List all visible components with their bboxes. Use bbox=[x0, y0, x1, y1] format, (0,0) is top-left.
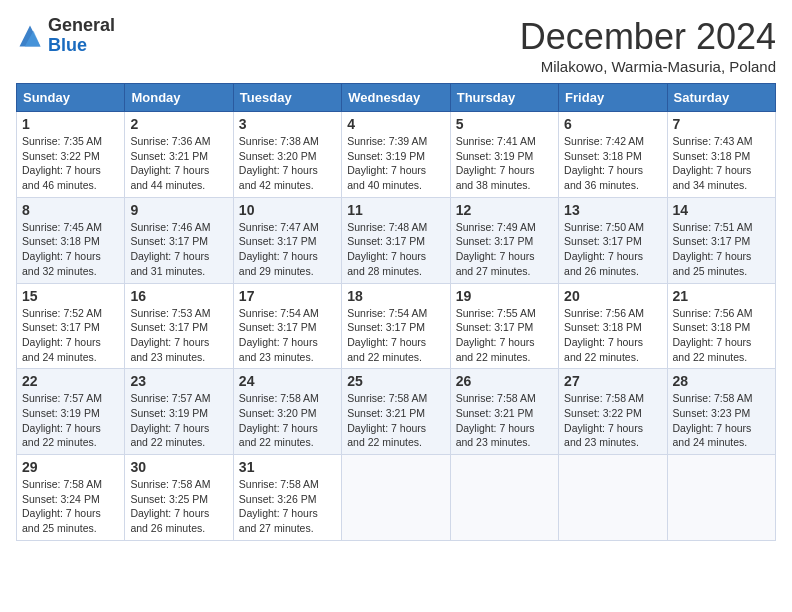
cell-info: Sunrise: 7:55 AMSunset: 3:17 PMDaylight:… bbox=[456, 307, 536, 363]
cell-info: Sunrise: 7:50 AMSunset: 3:17 PMDaylight:… bbox=[564, 221, 644, 277]
calendar-day-cell: 17 Sunrise: 7:54 AMSunset: 3:17 PMDaylig… bbox=[233, 283, 341, 369]
logo-icon bbox=[16, 22, 44, 50]
cell-info: Sunrise: 7:54 AMSunset: 3:17 PMDaylight:… bbox=[239, 307, 319, 363]
day-number: 25 bbox=[347, 373, 444, 389]
calendar-day-cell: 16 Sunrise: 7:53 AMSunset: 3:17 PMDaylig… bbox=[125, 283, 233, 369]
cell-info: Sunrise: 7:49 AMSunset: 3:17 PMDaylight:… bbox=[456, 221, 536, 277]
cell-info: Sunrise: 7:39 AMSunset: 3:19 PMDaylight:… bbox=[347, 135, 427, 191]
calendar-day-cell: 9 Sunrise: 7:46 AMSunset: 3:17 PMDayligh… bbox=[125, 197, 233, 283]
calendar-week-row: 29 Sunrise: 7:58 AMSunset: 3:24 PMDaylig… bbox=[17, 455, 776, 541]
calendar-day-header: Tuesday bbox=[233, 84, 341, 112]
cell-info: Sunrise: 7:58 AMSunset: 3:21 PMDaylight:… bbox=[456, 392, 536, 448]
cell-info: Sunrise: 7:47 AMSunset: 3:17 PMDaylight:… bbox=[239, 221, 319, 277]
day-number: 27 bbox=[564, 373, 661, 389]
day-number: 4 bbox=[347, 116, 444, 132]
calendar-day-header: Friday bbox=[559, 84, 667, 112]
cell-info: Sunrise: 7:36 AMSunset: 3:21 PMDaylight:… bbox=[130, 135, 210, 191]
calendar-day-header: Monday bbox=[125, 84, 233, 112]
day-number: 24 bbox=[239, 373, 336, 389]
calendar-day-cell: 29 Sunrise: 7:58 AMSunset: 3:24 PMDaylig… bbox=[17, 455, 125, 541]
cell-info: Sunrise: 7:38 AMSunset: 3:20 PMDaylight:… bbox=[239, 135, 319, 191]
cell-info: Sunrise: 7:56 AMSunset: 3:18 PMDaylight:… bbox=[673, 307, 753, 363]
calendar-day-cell: 15 Sunrise: 7:52 AMSunset: 3:17 PMDaylig… bbox=[17, 283, 125, 369]
day-number: 18 bbox=[347, 288, 444, 304]
cell-info: Sunrise: 7:48 AMSunset: 3:17 PMDaylight:… bbox=[347, 221, 427, 277]
day-number: 21 bbox=[673, 288, 770, 304]
calendar-week-row: 1 Sunrise: 7:35 AMSunset: 3:22 PMDayligh… bbox=[17, 112, 776, 198]
calendar-week-row: 15 Sunrise: 7:52 AMSunset: 3:17 PMDaylig… bbox=[17, 283, 776, 369]
calendar-table: SundayMondayTuesdayWednesdayThursdayFrid… bbox=[16, 83, 776, 541]
calendar-day-cell: 2 Sunrise: 7:36 AMSunset: 3:21 PMDayligh… bbox=[125, 112, 233, 198]
calendar-week-row: 8 Sunrise: 7:45 AMSunset: 3:18 PMDayligh… bbox=[17, 197, 776, 283]
calendar-day-cell: 24 Sunrise: 7:58 AMSunset: 3:20 PMDaylig… bbox=[233, 369, 341, 455]
calendar-day-header: Sunday bbox=[17, 84, 125, 112]
cell-info: Sunrise: 7:46 AMSunset: 3:17 PMDaylight:… bbox=[130, 221, 210, 277]
day-number: 11 bbox=[347, 202, 444, 218]
calendar-day-cell bbox=[667, 455, 775, 541]
day-number: 14 bbox=[673, 202, 770, 218]
calendar-day-header: Thursday bbox=[450, 84, 558, 112]
calendar-week-row: 22 Sunrise: 7:57 AMSunset: 3:19 PMDaylig… bbox=[17, 369, 776, 455]
day-number: 17 bbox=[239, 288, 336, 304]
cell-info: Sunrise: 7:58 AMSunset: 3:25 PMDaylight:… bbox=[130, 478, 210, 534]
day-number: 20 bbox=[564, 288, 661, 304]
cell-info: Sunrise: 7:58 AMSunset: 3:22 PMDaylight:… bbox=[564, 392, 644, 448]
day-number: 7 bbox=[673, 116, 770, 132]
day-number: 1 bbox=[22, 116, 119, 132]
cell-info: Sunrise: 7:35 AMSunset: 3:22 PMDaylight:… bbox=[22, 135, 102, 191]
day-number: 9 bbox=[130, 202, 227, 218]
day-number: 6 bbox=[564, 116, 661, 132]
cell-info: Sunrise: 7:58 AMSunset: 3:23 PMDaylight:… bbox=[673, 392, 753, 448]
calendar-day-cell bbox=[559, 455, 667, 541]
cell-info: Sunrise: 7:51 AMSunset: 3:17 PMDaylight:… bbox=[673, 221, 753, 277]
day-number: 12 bbox=[456, 202, 553, 218]
cell-info: Sunrise: 7:56 AMSunset: 3:18 PMDaylight:… bbox=[564, 307, 644, 363]
calendar-day-cell: 12 Sunrise: 7:49 AMSunset: 3:17 PMDaylig… bbox=[450, 197, 558, 283]
calendar-day-cell: 4 Sunrise: 7:39 AMSunset: 3:19 PMDayligh… bbox=[342, 112, 450, 198]
calendar-day-cell: 7 Sunrise: 7:43 AMSunset: 3:18 PMDayligh… bbox=[667, 112, 775, 198]
day-number: 3 bbox=[239, 116, 336, 132]
location-subtitle: Milakowo, Warmia-Masuria, Poland bbox=[520, 58, 776, 75]
calendar-day-cell: 22 Sunrise: 7:57 AMSunset: 3:19 PMDaylig… bbox=[17, 369, 125, 455]
cell-info: Sunrise: 7:58 AMSunset: 3:24 PMDaylight:… bbox=[22, 478, 102, 534]
calendar-day-cell: 6 Sunrise: 7:42 AMSunset: 3:18 PMDayligh… bbox=[559, 112, 667, 198]
calendar-day-cell: 10 Sunrise: 7:47 AMSunset: 3:17 PMDaylig… bbox=[233, 197, 341, 283]
day-number: 26 bbox=[456, 373, 553, 389]
calendar-day-cell: 27 Sunrise: 7:58 AMSunset: 3:22 PMDaylig… bbox=[559, 369, 667, 455]
calendar-day-header: Saturday bbox=[667, 84, 775, 112]
cell-info: Sunrise: 7:52 AMSunset: 3:17 PMDaylight:… bbox=[22, 307, 102, 363]
calendar-day-cell: 31 Sunrise: 7:58 AMSunset: 3:26 PMDaylig… bbox=[233, 455, 341, 541]
cell-info: Sunrise: 7:57 AMSunset: 3:19 PMDaylight:… bbox=[22, 392, 102, 448]
calendar-day-cell: 19 Sunrise: 7:55 AMSunset: 3:17 PMDaylig… bbox=[450, 283, 558, 369]
calendar-day-cell: 23 Sunrise: 7:57 AMSunset: 3:19 PMDaylig… bbox=[125, 369, 233, 455]
calendar-day-cell: 5 Sunrise: 7:41 AMSunset: 3:19 PMDayligh… bbox=[450, 112, 558, 198]
cell-info: Sunrise: 7:54 AMSunset: 3:17 PMDaylight:… bbox=[347, 307, 427, 363]
calendar-day-cell: 8 Sunrise: 7:45 AMSunset: 3:18 PMDayligh… bbox=[17, 197, 125, 283]
logo-blue-text: Blue bbox=[48, 35, 87, 55]
cell-info: Sunrise: 7:42 AMSunset: 3:18 PMDaylight:… bbox=[564, 135, 644, 191]
cell-info: Sunrise: 7:45 AMSunset: 3:18 PMDaylight:… bbox=[22, 221, 102, 277]
cell-info: Sunrise: 7:41 AMSunset: 3:19 PMDaylight:… bbox=[456, 135, 536, 191]
day-number: 30 bbox=[130, 459, 227, 475]
calendar-day-cell: 21 Sunrise: 7:56 AMSunset: 3:18 PMDaylig… bbox=[667, 283, 775, 369]
calendar-day-cell: 20 Sunrise: 7:56 AMSunset: 3:18 PMDaylig… bbox=[559, 283, 667, 369]
day-number: 19 bbox=[456, 288, 553, 304]
cell-info: Sunrise: 7:58 AMSunset: 3:26 PMDaylight:… bbox=[239, 478, 319, 534]
calendar-day-cell bbox=[450, 455, 558, 541]
calendar-day-cell: 3 Sunrise: 7:38 AMSunset: 3:20 PMDayligh… bbox=[233, 112, 341, 198]
calendar-day-cell: 11 Sunrise: 7:48 AMSunset: 3:17 PMDaylig… bbox=[342, 197, 450, 283]
cell-info: Sunrise: 7:58 AMSunset: 3:21 PMDaylight:… bbox=[347, 392, 427, 448]
month-title: December 2024 bbox=[520, 16, 776, 58]
day-number: 29 bbox=[22, 459, 119, 475]
calendar-day-cell: 1 Sunrise: 7:35 AMSunset: 3:22 PMDayligh… bbox=[17, 112, 125, 198]
day-number: 16 bbox=[130, 288, 227, 304]
day-number: 28 bbox=[673, 373, 770, 389]
day-number: 22 bbox=[22, 373, 119, 389]
day-number: 10 bbox=[239, 202, 336, 218]
calendar-day-cell: 14 Sunrise: 7:51 AMSunset: 3:17 PMDaylig… bbox=[667, 197, 775, 283]
calendar-day-header: Wednesday bbox=[342, 84, 450, 112]
day-number: 2 bbox=[130, 116, 227, 132]
calendar-day-cell: 18 Sunrise: 7:54 AMSunset: 3:17 PMDaylig… bbox=[342, 283, 450, 369]
cell-info: Sunrise: 7:43 AMSunset: 3:18 PMDaylight:… bbox=[673, 135, 753, 191]
calendar-day-cell bbox=[342, 455, 450, 541]
